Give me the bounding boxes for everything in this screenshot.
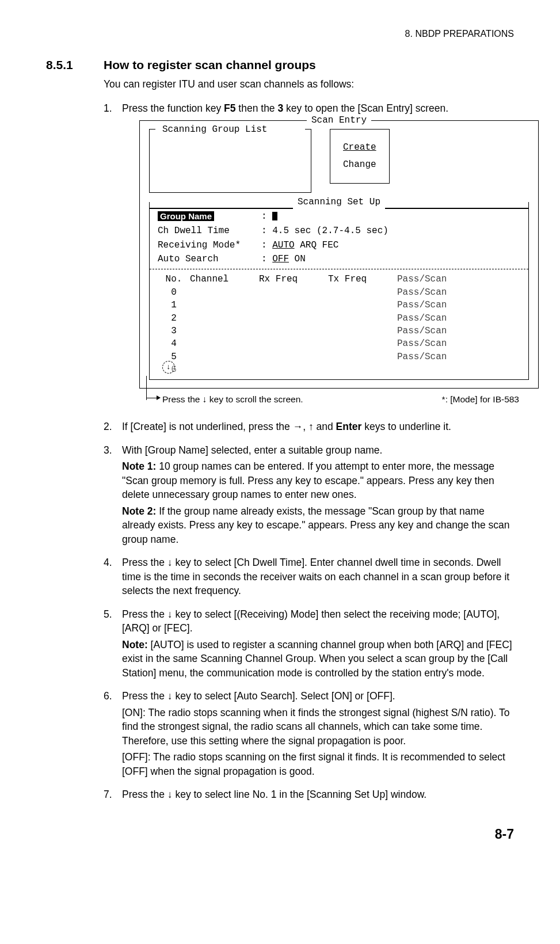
dwell-label: Ch Dwell Time xyxy=(158,224,261,237)
step-number: 7. xyxy=(104,787,122,804)
table-row: 0Pass/Scan xyxy=(158,286,520,299)
col-no: No. xyxy=(158,273,190,286)
intro-text: You can register ITU and user scan chann… xyxy=(104,77,514,92)
row-pass-scan: Pass/Scan xyxy=(397,351,472,363)
row-pass-scan: Pass/Scan xyxy=(397,325,472,337)
row-no: 5 xyxy=(158,351,190,363)
step-number: 6. xyxy=(104,689,122,781)
step-text: Press the ↓ key to select [Ch Dwell Time… xyxy=(122,555,514,598)
mode-value-rest: ARQ FEC xyxy=(295,240,339,250)
step-5: 5. Press the ↓ key to select [(Receiving… xyxy=(104,607,514,683)
col-tx: Tx Freq xyxy=(328,273,397,286)
dwell-value: 4.5 sec (2.7-4.5 sec) xyxy=(272,226,388,236)
step-1: 1. Press the function key F5 then the 3 … xyxy=(104,101,514,413)
note: Note: [AUTO] is used to register a scann… xyxy=(122,638,514,680)
figure-outer-title: Scan Entry xyxy=(307,114,371,127)
step-7: 7. Press the ↓ key to select line No. 1 … xyxy=(104,787,514,804)
section-title: How to register scan channel groups xyxy=(104,58,316,71)
table-row: 2Pass/Scan xyxy=(158,312,520,325)
divider xyxy=(150,269,528,269)
table-row: 1Pass/Scan xyxy=(158,299,520,311)
scanning-group-list-title: Scanning Group List xyxy=(160,123,269,136)
row-pass-scan: Pass/Scan xyxy=(397,337,472,350)
step-number: 1. xyxy=(104,101,122,413)
table-row: 3Pass/Scan xyxy=(158,325,520,337)
row-pass-scan: Pass/Scan xyxy=(397,286,472,299)
table-row: 4Pass/Scan xyxy=(158,337,520,350)
change-option: Change xyxy=(343,158,376,171)
row-no: 4 xyxy=(158,337,190,350)
running-header: 8. NBDP PREPARATIONS xyxy=(46,28,514,40)
step-number: 5. xyxy=(104,607,122,683)
col-rx: Rx Freq xyxy=(259,273,328,286)
note-1: Note 1: 10 group names can be entered. I… xyxy=(122,459,514,502)
step-text: Press the ↓ key to select line No. 1 in … xyxy=(122,787,514,802)
row-no: 0 xyxy=(158,286,190,299)
off-desc: [OFF]: The radio stops scanning on the f… xyxy=(122,750,514,778)
scan-entry-figure: Scan Entry Scanning Group List Create Ch… xyxy=(139,120,539,406)
scanning-setup-title: Scanning Set Up xyxy=(293,196,385,208)
col-pass-scan: Pass/Scan xyxy=(397,273,472,286)
channel-table-header: No. Channel Rx Freq Tx Freq Pass/Scan xyxy=(158,273,520,286)
col-channel: Channel xyxy=(190,273,259,286)
row-no: 3 xyxy=(158,325,190,337)
create-change-box: Create Change xyxy=(330,129,390,184)
row-no: 1 xyxy=(158,299,190,311)
row-6-no: 6 xyxy=(158,363,190,376)
mode-value-auto: AUTO xyxy=(272,240,294,250)
create-option: Create xyxy=(343,142,376,153)
note-2: Note 2: If the group name already exists… xyxy=(122,504,514,547)
section-heading: 8.5.1How to register scan channel groups xyxy=(46,56,514,73)
scanning-setup-box: Scanning Set Up Group Name : Ch Dwell Ti… xyxy=(149,202,529,380)
row-pass-scan: Pass/Scan xyxy=(397,299,472,311)
step-text: Press the ↓ key to select [(Receiving) M… xyxy=(122,607,514,635)
table-row: 5Pass/Scan xyxy=(158,351,520,363)
auto-value-off: OFF xyxy=(272,254,289,264)
mode-footnote: *: [Mode] for IB-583 xyxy=(442,393,519,406)
step-text: If [Create] is not underlined, press the… xyxy=(122,420,514,434)
step-2: 2. If [Create] is not underlined, press … xyxy=(104,420,514,436)
mode-label: Receiving Mode* xyxy=(158,239,261,252)
auto-value-rest: ON xyxy=(289,254,306,264)
row-pass-scan: Pass/Scan xyxy=(397,312,472,325)
step-text: Press the ↓ key to select [Auto Search].… xyxy=(122,689,514,703)
callout-arrow xyxy=(139,393,162,405)
section-number: 8.5.1 xyxy=(46,56,104,73)
scanning-group-list-box: Scanning Group List xyxy=(149,129,311,193)
step-number: 4. xyxy=(104,555,122,600)
step-4: 4. Press the ↓ key to select [Ch Dwell T… xyxy=(104,555,514,600)
page-number: 8-7 xyxy=(46,825,514,843)
step-6: 6. Press the ↓ key to select [Auto Searc… xyxy=(104,689,514,781)
scroll-caption: Press the ↓ key to scroll the screen. xyxy=(162,393,442,406)
step-number: 2. xyxy=(104,420,122,436)
step-text: With [Group Name] selected, enter a suit… xyxy=(122,443,514,458)
step-number: 3. xyxy=(104,443,122,549)
procedure-list: 1. Press the function key F5 then the 3 … xyxy=(104,101,514,804)
step-3: 3. With [Group Name] selected, enter a s… xyxy=(104,443,514,549)
auto-search-label: Auto Search xyxy=(158,253,261,265)
row-no: 2 xyxy=(158,312,190,325)
on-desc: [ON]: The radio stops scanning when it f… xyxy=(122,706,514,748)
